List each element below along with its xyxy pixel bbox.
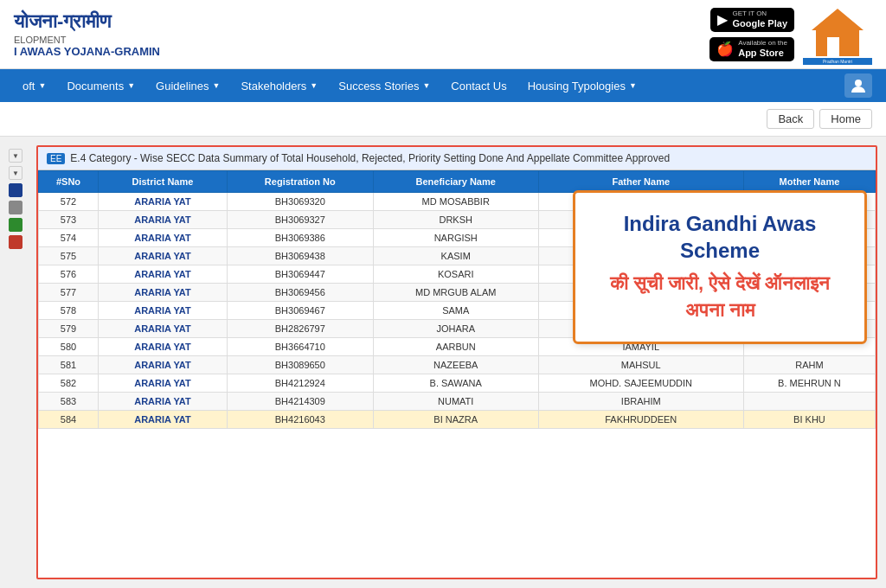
table-cell: ARARIA YAT — [99, 320, 228, 338]
col-sno: #SNo — [39, 171, 99, 193]
sidebar-dot-2[interactable]: ▼ — [9, 166, 22, 180]
table-cell: 577 — [39, 284, 99, 302]
nav-bar: oft ▼ Documents ▼ Guidelines ▼ Stakehold… — [0, 69, 886, 102]
apple-store-name: App Store — [738, 48, 787, 59]
col-beneficiary: Beneficiary Name — [373, 171, 538, 193]
table-row: 584ARARIA YATBH4216043BI NAZRAFAKHRUDDEE… — [39, 411, 876, 429]
nav-item-oft[interactable]: oft ▼ — [14, 69, 55, 102]
table-cell: FAKHRUDDEEN — [538, 411, 743, 429]
svg-point-4 — [855, 80, 862, 86]
table-cell: BH3069327 — [227, 211, 373, 229]
table-cell: ARARIA YAT — [99, 265, 228, 284]
table-container: EE E.4 Category - Wise SECC Data Summary… — [36, 145, 877, 579]
table-cell: ARARIA YAT — [99, 284, 228, 302]
table-row: 583ARARIA YATBH4214309NUMATIIBRAHIM — [39, 393, 876, 411]
table-cell: JOHARA — [373, 320, 538, 338]
col-mother: Mother Name — [743, 171, 875, 193]
chevron-down-icon: ▼ — [629, 81, 637, 90]
header-right: ▶ GET IT ON Google Play 🍎 Available on t… — [709, 4, 872, 65]
table-cell: 575 — [39, 247, 99, 265]
table-cell: 572 — [39, 193, 99, 211]
table-cell: ARARIA YAT — [99, 356, 228, 374]
nav-item-documents[interactable]: Documents ▼ — [58, 69, 144, 102]
table-cell: DRKSH — [373, 211, 538, 229]
back-button[interactable]: Back — [767, 109, 814, 129]
table-cell: BH3664710 — [227, 338, 373, 356]
table-cell: ARARIA YAT — [99, 211, 228, 229]
chevron-down-icon: ▼ — [422, 81, 430, 90]
chevron-down-icon: ▼ — [38, 81, 46, 90]
table-cell: BH2826797 — [227, 320, 373, 338]
home-button[interactable]: Home — [819, 109, 872, 129]
table-header-row: #SNo District Name Registration No Benef… — [39, 171, 876, 193]
table-cell: ARARIA YAT — [99, 393, 228, 411]
table-cell: BH4212924 — [227, 374, 373, 393]
chevron-down-icon: ▼ — [310, 81, 318, 90]
table-cell: ARARIA YAT — [99, 338, 228, 356]
table-cell: BH3069386 — [227, 229, 373, 247]
table-cell: BH3069320 — [227, 193, 373, 211]
overlay-title-hi: की सूची जारी, ऐसे देखें ऑनलाइन अपना नाम — [596, 271, 844, 324]
col-father: Father Name — [538, 171, 743, 193]
nav-item-stakeholders[interactable]: Stakeholders ▼ — [232, 69, 326, 102]
table-cell: KASIM — [373, 247, 538, 265]
sidebar-dot-1[interactable]: ▼ — [9, 149, 22, 163]
svg-rect-1 — [827, 37, 839, 56]
table-cell: NAZEEBA — [373, 356, 538, 374]
sidebar-dot-4[interactable] — [9, 201, 22, 214]
table-cell: BI KHU — [743, 411, 875, 429]
app-store-badge[interactable]: 🍎 Available on the App Store — [709, 37, 794, 61]
google-play-badge[interactable]: ▶ GET IT ON Google Play — [710, 8, 794, 32]
table-cell: B. MEHRUN N — [743, 374, 875, 393]
google-play-name: Google Play — [732, 18, 787, 29]
table-cell: SAMA — [373, 302, 538, 320]
header-subtitle: ELOPMENT — [14, 35, 709, 45]
apple-get-label: Available on the — [738, 39, 787, 48]
header: योजना-ग्रामीण ELOPMENT I AWAAS YOJANA-GR… — [0, 0, 886, 69]
nav-item-housing[interactable]: Housing Typologies ▼ — [519, 69, 645, 102]
toolbar: Back Home — [0, 102, 886, 137]
table-title-bar: EE E.4 Category - Wise SECC Data Summary… — [38, 147, 876, 170]
table-cell: RAHM — [743, 356, 875, 374]
table-cell: MD MRGUB ALAM — [373, 284, 538, 302]
header-title-hindi: योजना-ग्रामीण — [14, 10, 709, 33]
header-left: योजना-ग्रामीण ELOPMENT I AWAAS YOJANA-GR… — [14, 10, 709, 58]
left-sidebar: ▼ ▼ — [9, 145, 28, 579]
table-cell: 574 — [39, 229, 99, 247]
sidebar-dot-3[interactable] — [9, 183, 22, 197]
table-cell: B. SAWANA — [373, 374, 538, 393]
table-cell: BH3089650 — [227, 356, 373, 374]
overlay-box: Indira Gandhi Awas Scheme की सूची जारी, … — [573, 190, 867, 344]
nav-item-contact[interactable]: Contact Us — [442, 69, 515, 102]
app-badges: ▶ GET IT ON Google Play 🍎 Available on t… — [709, 8, 794, 61]
table-cell: BH3069467 — [227, 302, 373, 320]
sidebar-dot-6[interactable] — [9, 235, 22, 249]
nav-item-success-stories[interactable]: Success Stories ▼ — [330, 69, 439, 102]
header-subtitle2: I AWAAS YOJANA-GRAMIN — [14, 45, 709, 58]
table-title-icon: EE — [47, 153, 65, 164]
app-badge-row-top: ▶ GET IT ON Google Play — [710, 8, 794, 32]
pm-logo: Pradhan Mantri — [803, 4, 872, 65]
table-cell: 573 — [39, 211, 99, 229]
user-icon-button[interactable] — [844, 74, 872, 98]
overlay-title-en: Indira Gandhi Awas Scheme — [596, 210, 844, 264]
table-cell: ARARIA YAT — [99, 411, 228, 429]
table-cell: BH3069456 — [227, 284, 373, 302]
col-registration: Registration No — [227, 171, 373, 193]
table-cell: NUMATI — [373, 393, 538, 411]
table-cell: 581 — [39, 356, 99, 374]
sidebar-dot-5[interactable] — [9, 218, 22, 232]
table-cell: KOSARI — [373, 265, 538, 284]
table-cell: ARARIA YAT — [99, 302, 228, 320]
table-cell: BH3069447 — [227, 265, 373, 284]
table-cell: MOHD. SAJEEMUDDIN — [538, 374, 743, 393]
nav-item-guidelines[interactable]: Guidelines ▼ — [147, 69, 228, 102]
table-cell: 584 — [39, 411, 99, 429]
table-cell: ARARIA YAT — [99, 247, 228, 265]
table-cell: 580 — [39, 338, 99, 356]
table-cell: ARARIA YAT — [99, 374, 228, 393]
table-cell: 576 — [39, 265, 99, 284]
apple-icon: 🍎 — [716, 41, 734, 57]
table-cell: ARARIA YAT — [99, 229, 228, 247]
table-cell: 582 — [39, 374, 99, 393]
